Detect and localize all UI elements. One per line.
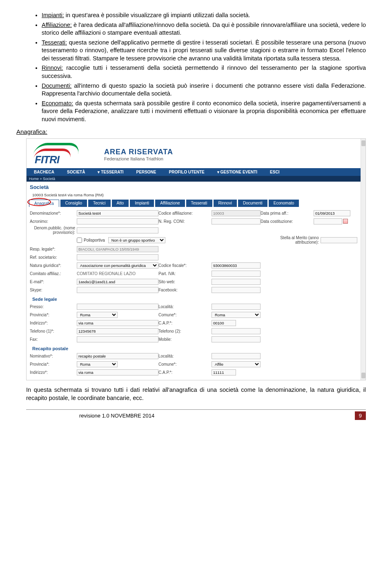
topnav-item[interactable]: ▾ TESSERATI [92,168,129,176]
input-localita[interactable] [212,304,261,310]
input-stella[interactable] [321,237,357,243]
input-cap2[interactable] [212,369,236,375]
input-data-cost[interactable] [314,218,342,224]
input-denom-pub[interactable] [77,227,158,233]
topnav-item[interactable]: PROFILO UTENTE [163,168,210,176]
label-acronimo: Acronimo: [30,219,77,224]
input-tel2[interactable] [212,328,261,334]
subnav-item[interactable]: Tecnici [88,200,111,207]
input-fax[interactable] [77,336,158,342]
select-natura[interactable]: Associazione con personalità giuridica [77,262,158,269]
area-subtitle: Federazione Italiana Triathlon [104,156,173,161]
label-nreg: N. Reg. CONI: [158,219,212,224]
subnav-item[interactable]: Consiglio [60,200,87,207]
label-piva: Part. IVA: [158,271,212,276]
doc-bullet: Rinnovi: raccoglie tutti i tesseramenti … [42,64,366,80]
select-provincia[interactable]: Roma [77,312,118,318]
subnav-item[interactable]: Documenti [238,200,267,207]
label-data-prima: Data prima aff.: [261,211,314,215]
input-localita2[interactable] [212,353,261,359]
label-polisportiva: Polisportiva [84,238,105,242]
label-denominazione: Denominazione*: [30,211,77,215]
subnav-item[interactable]: Anagrafica [29,200,59,207]
input-skype[interactable] [77,287,158,293]
topnav-item[interactable]: SOCIETÀ [61,168,91,176]
label-facebook: Facebook: [158,288,212,292]
input-ref[interactable] [77,254,158,260]
page-title: Società [27,182,365,192]
label-fax: Fax: [30,337,77,342]
area-title: AREA RISERVATA [104,148,173,156]
label-cap2: C.A.P.*: [158,370,212,375]
bullet-term: Impianti: [42,12,64,18]
subnav-item[interactable]: Tesserati [186,200,212,207]
topnav-item[interactable]: PERSONE [131,168,162,176]
label-natura: Natura giuridica*: [30,263,77,268]
label-cap: C.A.P.*: [158,321,212,325]
subnav-item[interactable]: Impianti [130,200,154,207]
input-presso[interactable] [77,304,158,310]
subnav-item[interactable]: Economato [269,200,299,207]
label-indirizzo: Indirizzo*: [30,321,77,325]
label-resp: Resp. legale*: [30,247,77,251]
bullet-term: Rinnovi: [42,64,63,71]
input-cf[interactable] [212,262,261,269]
input-indirizzo2[interactable] [77,369,158,375]
bullet-term: Economato: [42,100,73,107]
after-text: In questa schermata si trovano tutti i d… [26,386,366,402]
input-denominazione[interactable] [77,210,158,216]
topnav-item[interactable]: ESCI [264,168,285,176]
input-piva[interactable] [212,271,261,277]
input-nominativo[interactable] [77,353,158,359]
select-comune2[interactable]: Affile [212,361,261,367]
doc-bullet-list: Impianti: in quest'area è possibile visu… [26,11,366,123]
section-sede-legale: Sede legale [30,294,362,303]
label-data-cost: Data costituzione: [261,219,314,224]
topnav-item[interactable]: BACHECA [28,168,60,176]
input-cap[interactable] [212,320,236,326]
input-facebook[interactable] [212,287,261,293]
label-provincia: Provincia*: [30,313,77,317]
topnav-item[interactable]: ▾ GESTIONE EVENTI [212,168,263,176]
subnav-item[interactable]: Affiliazione [155,200,185,207]
bullet-term: Affiliazione: [42,22,72,28]
anagrafica-form: Denominazione*: Codice affiliazione: Dat… [27,208,365,380]
doc-bullet: Tesserati: questa sezione dell'applicati… [42,39,366,63]
doc-bullet: Documenti: all'interno di questo spazio … [42,82,366,98]
input-resp [77,246,158,252]
checkbox-polisportiva[interactable] [77,238,82,243]
bullet-term: Tesserati: [42,39,67,46]
input-sito[interactable] [212,279,261,285]
input-tel1[interactable] [77,328,158,334]
label-comune2: Comune*: [158,362,212,367]
input-nreg[interactable] [212,218,261,224]
select-comune[interactable]: Roma [212,312,261,318]
label-cf: Codice fiscale*: [158,263,212,268]
page-footer: revisione 1.0 NOVEMBRE 2014 9 [26,409,366,420]
society-summary: 10003 Società test4 via roma Roma (RM) [27,192,365,200]
subnav-item[interactable]: Rinnovi [214,200,237,207]
label-tel2: Telefono (2): [158,329,212,333]
input-data-prima[interactable] [314,210,350,216]
footer-page: 9 [355,411,366,420]
label-skype: Skype: [30,288,77,292]
doc-bullet: Economato: da questa schermata sarà poss… [42,100,366,124]
doc-bullet: Affiliazione: è l'area dedicata all'affi… [42,21,366,37]
input-mobile[interactable] [212,336,261,342]
breadcrumb[interactable]: Home » Società [27,176,365,182]
label-nominativo: Nominativo*: [30,354,77,358]
label-cod-aff: Codice affiliazione: [158,211,212,215]
value-comitato: COMITATO REGIONALE LAZIO [77,271,158,276]
subnav-item[interactable]: Atto [112,200,129,207]
scrollbar[interactable] [361,139,365,380]
input-indirizzo[interactable] [77,320,158,326]
select-provincia2[interactable]: Roma [77,361,118,367]
label-localita2: Località: [158,354,212,358]
section-recapito: Recapito postale [30,344,362,352]
section-title: Anagrafica: [16,128,366,135]
footer-revision: revisione 1.0 NOVEMBRE 2014 [26,413,154,419]
input-email[interactable] [77,279,158,285]
select-gruppo[interactable]: Non è un gruppo sportivo [108,237,165,243]
input-acronimo[interactable] [77,218,158,224]
calendar-icon[interactable] [343,219,348,224]
